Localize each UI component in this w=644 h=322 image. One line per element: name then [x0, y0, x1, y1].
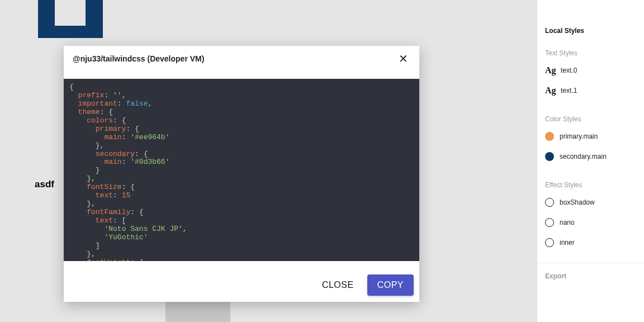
color-swatch-primary	[545, 132, 554, 141]
color-style-primary[interactable]: primary.main	[545, 126, 636, 146]
effect-icon	[545, 238, 554, 247]
effect-style-inner[interactable]: inner	[545, 233, 636, 253]
config-code-block[interactable]: { prefix: '', important: false, theme: {…	[64, 79, 419, 261]
modal-title: @nju33/tailwindcss (Developer VM)	[73, 54, 204, 63]
color-styles-header: Color Styles	[545, 115, 636, 123]
color-style-secondary[interactable]: secondary.main	[545, 146, 636, 167]
tailwind-config-modal: @nju33/tailwindcss (Developer VM) ✕ { pr…	[64, 46, 419, 302]
text-style-label: text.0	[561, 67, 577, 74]
export-section[interactable]: Export	[545, 263, 636, 280]
ag-icon: Ag	[545, 86, 555, 96]
color-style-label: secondary.main	[560, 153, 607, 160]
effect-styles-header: Effect Styles	[545, 181, 636, 189]
color-style-label: primary.main	[560, 132, 598, 140]
effect-style-nano[interactable]: nano	[545, 212, 636, 233]
local-styles-title: Local Styles	[545, 0, 636, 35]
effect-style-label: inner	[560, 239, 575, 247]
text-style-0[interactable]: Ag text.0	[545, 60, 636, 80]
text-style-1[interactable]: Ag text.1	[545, 80, 636, 101]
color-swatch-secondary	[545, 152, 554, 161]
close-button[interactable]: CLOSE	[315, 274, 361, 296]
close-icon[interactable]: ✕	[396, 51, 410, 67]
effect-style-label: boxShadow	[560, 198, 595, 206]
effect-icon	[545, 198, 554, 207]
copy-button[interactable]: COPY	[367, 274, 414, 296]
effect-icon	[545, 218, 554, 227]
effect-style-label: nano	[560, 219, 575, 226]
text-style-label: text.1	[561, 87, 577, 94]
modal-footer: CLOSE COPY	[64, 268, 419, 302]
canvas-text-asdf: asdf	[35, 179, 54, 190]
modal-header: @nju33/tailwindcss (Developer VM) ✕	[64, 46, 419, 72]
canvas-blue-square	[38, 0, 103, 38]
effect-style-boxshadow[interactable]: boxShadow	[545, 192, 636, 212]
text-styles-header: Text Styles	[545, 49, 636, 57]
ag-icon: Ag	[545, 65, 555, 75]
local-styles-panel: Local Styles Text Styles Ag text.0 Ag te…	[537, 0, 644, 322]
